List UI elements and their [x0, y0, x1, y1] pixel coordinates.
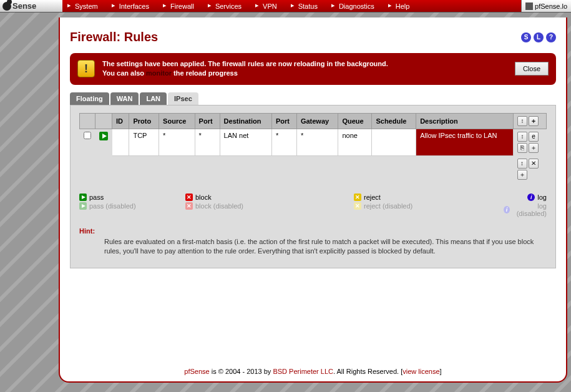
col-table-actions: ↕ ＋	[514, 113, 547, 129]
footer-delete-button[interactable]: ✕	[529, 159, 539, 169]
help-icons: S L ?	[521, 32, 556, 42]
legend-block-disabled: block (disabled)	[195, 202, 243, 210]
legend-pass-disabled: pass (disabled)	[89, 202, 136, 210]
nav-services[interactable]: Services	[203, 2, 250, 10]
host-icon	[525, 2, 533, 10]
alert-line2b: the reload progress	[172, 69, 238, 77]
logo-icon	[2, 2, 11, 11]
tab-lan[interactable]: LAN	[140, 92, 167, 105]
cell-dest: LAN net	[220, 129, 271, 155]
row-copy-button[interactable]: ⎘	[517, 143, 527, 153]
help-s-icon[interactable]: S	[521, 32, 531, 42]
footer-move-button[interactable]: ↕	[517, 159, 527, 169]
nav-interfaces[interactable]: Interfaces	[107, 2, 158, 10]
footer-spacer	[80, 155, 514, 182]
table-footer-row: ↕ ✕ ＋	[80, 155, 547, 182]
footer-product: pfSense	[184, 368, 209, 375]
footer: pfSense is © 2004 - 2013 by BSD Perimete…	[60, 368, 566, 375]
col-select	[80, 113, 95, 129]
view-license-link[interactable]: view license	[403, 368, 439, 375]
legend-reject-disabled: reject (disabled)	[364, 202, 412, 210]
legend-log-icon	[527, 194, 535, 201]
col-schedule: Schedule	[372, 113, 416, 129]
rules-table: ID Proto Source Port Destination Port Ga…	[79, 113, 547, 182]
cell-sport: *	[195, 129, 220, 155]
tab-floating[interactable]: Floating	[70, 92, 109, 105]
table-header-row: ID Proto Source Port Destination Port Ga…	[80, 113, 547, 129]
row-select-cell	[80, 129, 95, 155]
footer-add-button[interactable]: ＋	[517, 170, 527, 180]
legend-log-disabled: log (disabled)	[512, 202, 547, 217]
legend-reject-icon	[354, 194, 361, 201]
close-button[interactable]: Close	[515, 62, 549, 76]
col-gateway: Gateway	[296, 113, 338, 129]
cell-source: *	[159, 129, 195, 155]
legend-block-disabled-icon	[185, 202, 193, 210]
col-id: ID	[112, 113, 129, 129]
nav-diagnostics[interactable]: Diagnostics	[326, 2, 383, 10]
col-desc: Description	[416, 113, 514, 129]
col-action	[95, 113, 112, 129]
tab-ipsec[interactable]: IPsec	[168, 92, 198, 105]
add-button[interactable]: ＋	[529, 116, 539, 126]
footer-company-link[interactable]: BSD Perimeter LLC	[273, 368, 333, 375]
top-bar: Sense System Interfaces Firewall Service…	[0, 0, 571, 12]
rules-panel: ID Proto Source Port Destination Port Ga…	[70, 105, 556, 268]
alert-line2a: You can also	[102, 69, 146, 77]
table-row: TCP * * LAN net * * none Allow IPsec tra…	[80, 129, 547, 155]
hint-label: Hint:	[79, 227, 547, 235]
main-nav: System Interfaces Firewall Services VPN …	[62, 0, 521, 12]
nav-status[interactable]: Status	[286, 2, 326, 10]
page-title: Firewall: Rules	[70, 30, 158, 44]
legend-pass-icon	[79, 194, 87, 201]
cell-schedule	[372, 129, 416, 155]
pass-icon	[99, 132, 108, 140]
row-add-button[interactable]: ＋	[529, 143, 539, 153]
nav-help[interactable]: Help	[383, 2, 419, 10]
host-tab[interactable]: pfSense.lo	[521, 0, 571, 12]
cell-proto: TCP	[129, 129, 159, 155]
row-move-button[interactable]: ↕	[517, 132, 527, 142]
page-shell: Firewall: Rules S L ? ! The settings hav…	[59, 17, 567, 383]
help-q-icon[interactable]: ?	[546, 32, 556, 42]
legend-block-icon	[185, 194, 193, 201]
table-footer-actions: ↕ ✕ ＋	[514, 155, 547, 182]
row-action-cell	[95, 129, 112, 155]
nav-system[interactable]: System	[62, 2, 107, 10]
help-l-icon[interactable]: L	[534, 32, 544, 42]
legend-log-disabled-icon	[504, 206, 510, 213]
warning-icon: !	[77, 60, 95, 77]
legend-log: log	[537, 194, 547, 201]
tab-wan[interactable]: WAN	[110, 92, 139, 105]
footer-d: . All Rights Reserved. [	[333, 368, 403, 375]
col-sport: Port	[195, 113, 220, 129]
move-button[interactable]: ↕	[517, 116, 527, 126]
row-edit-button[interactable]: e	[529, 132, 539, 142]
page-header: Firewall: Rules S L ?	[70, 30, 556, 44]
col-proto: Proto	[129, 113, 159, 129]
row-actions-cell: ↕ e ⎘ ＋	[514, 129, 547, 155]
cell-queue: none	[338, 129, 372, 155]
legend-block: block	[195, 194, 212, 201]
legend: pass pass (disabled) block block (disabl…	[79, 194, 547, 217]
cell-desc: Allow IPsec traffic to LAN	[416, 129, 514, 155]
legend-reject-disabled-icon	[354, 202, 361, 210]
logo[interactable]: Sense	[0, 0, 62, 12]
col-dport: Port	[271, 113, 296, 129]
alert-body: The settings have been applied. The fire…	[102, 59, 507, 79]
apply-alert: ! The settings have been applied. The fi…	[70, 53, 556, 85]
logo-text: Sense	[12, 1, 36, 11]
col-queue: Queue	[338, 113, 372, 129]
col-source: Source	[159, 113, 195, 129]
nav-firewall[interactable]: Firewall	[158, 2, 203, 10]
footer-f: ]	[440, 368, 442, 375]
cell-gateway: *	[296, 129, 338, 155]
host-label: pfSense.lo	[535, 2, 567, 10]
cell-id	[112, 129, 129, 155]
legend-pass: pass	[89, 194, 104, 201]
monitor-link[interactable]: monitor	[146, 69, 172, 77]
interface-tabs: Floating WAN LAN IPsec	[70, 92, 556, 105]
nav-vpn[interactable]: VPN	[250, 2, 286, 10]
row-checkbox[interactable]	[84, 132, 91, 139]
footer-b: is © 2004 - 2013 by	[210, 368, 273, 375]
